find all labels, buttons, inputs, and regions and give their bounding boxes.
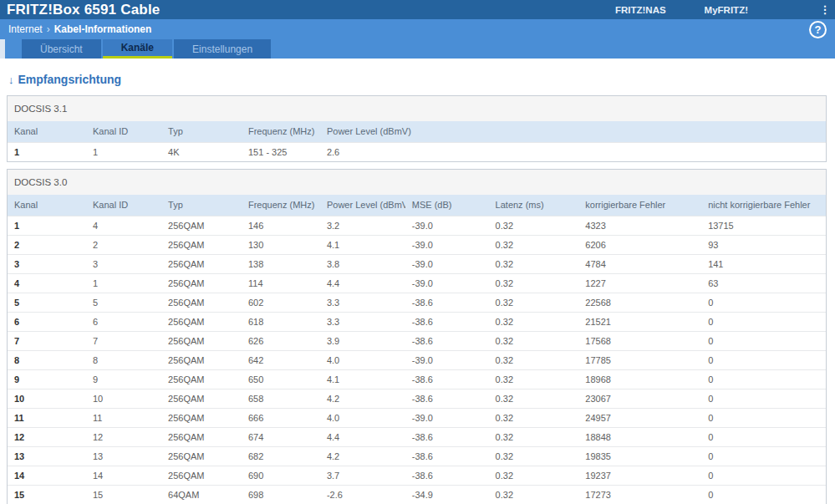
cell: 256QAM bbox=[161, 216, 242, 236]
cell: 626 bbox=[242, 332, 320, 351]
app-title: FRITZ!Box 6591 Cable bbox=[7, 0, 160, 19]
cell: 5 bbox=[8, 293, 86, 313]
breadcrumb-bar: Internet › Kabel-Informationen ? bbox=[0, 19, 835, 39]
page-content: ↓Empfangsrichtung DOCSIS 3.1KanalKanal I… bbox=[0, 59, 835, 504]
cell: -38.6 bbox=[405, 332, 489, 351]
cell: 5 bbox=[86, 293, 161, 313]
table-row: 55256QAM6023.3-38.60.32225680 bbox=[8, 293, 826, 313]
column-header: Kanal bbox=[8, 121, 86, 143]
cell: 4323 bbox=[578, 216, 701, 236]
table-row: 1212256QAM6744.4-38.60.32188480 bbox=[8, 428, 826, 447]
cell: 0 bbox=[701, 466, 826, 486]
cell: 0 bbox=[701, 313, 826, 332]
cell: 17785 bbox=[578, 351, 701, 370]
cell: 0 bbox=[701, 428, 826, 447]
myfritz-link[interactable]: MyFRITZ! bbox=[705, 5, 748, 15]
cell: 674 bbox=[242, 428, 320, 447]
cell: 2 bbox=[8, 236, 86, 255]
column-header: Power Level (dBmV) bbox=[320, 121, 826, 143]
cell: 3.9 bbox=[320, 332, 405, 351]
cell: 4K bbox=[161, 143, 242, 162]
cell: 14 bbox=[8, 466, 86, 486]
cell: 3 bbox=[86, 255, 161, 274]
cell: 0 bbox=[701, 486, 826, 504]
cell: 21521 bbox=[578, 313, 701, 332]
cell: 3 bbox=[8, 255, 86, 274]
cell: -38.6 bbox=[405, 293, 489, 313]
tab-kanaele[interactable]: Kanäle bbox=[103, 39, 172, 59]
table-row: 22256QAM1304.1-39.00.32620693 bbox=[8, 236, 826, 255]
tab-einstellungen[interactable]: Einstellungen bbox=[174, 39, 271, 59]
cell: 1 bbox=[8, 216, 86, 236]
section-heading-label: Empfangsrichtung bbox=[18, 73, 122, 86]
cell: 17568 bbox=[578, 332, 701, 351]
cell: 698 bbox=[242, 486, 320, 504]
cell: 8 bbox=[8, 351, 86, 370]
breadcrumb-page: Kabel-Informationen bbox=[54, 23, 152, 35]
cell: 6 bbox=[86, 313, 161, 332]
cell: -38.6 bbox=[405, 428, 489, 447]
cell: -34.9 bbox=[405, 486, 489, 504]
cell: -2.6 bbox=[320, 486, 405, 504]
cell: 256QAM bbox=[161, 428, 242, 447]
cell: 0.32 bbox=[489, 351, 579, 370]
channel-table-docsis-3-1: DOCSIS 3.1KanalKanal IDTypFrequenz (MHz)… bbox=[7, 95, 827, 162]
column-header: nicht korrigierbare Fehler bbox=[701, 195, 826, 216]
cell: 11 bbox=[8, 409, 86, 428]
cell: 12 bbox=[8, 428, 86, 447]
top-bar: FRITZ!Box 6591 Cable FRITZ!NAS MyFRITZ! … bbox=[0, 0, 835, 19]
cell: 0 bbox=[701, 370, 826, 389]
cell: 6 bbox=[8, 313, 86, 332]
cell: -38.6 bbox=[405, 447, 489, 466]
cell: 4.1 bbox=[320, 370, 405, 389]
header-row: KanalKanal IDTypFrequenz (MHz)Power Leve… bbox=[8, 121, 826, 143]
cell: 0.32 bbox=[489, 313, 579, 332]
cell: 256QAM bbox=[161, 389, 242, 409]
table-row: 88256QAM6424.0-39.00.32177850 bbox=[8, 351, 826, 370]
cell: 2.6 bbox=[320, 143, 826, 162]
column-header: Latenz (ms) bbox=[489, 195, 579, 216]
cell: 256QAM bbox=[161, 274, 242, 293]
tabbar-edge-strip bbox=[0, 39, 5, 59]
cell: 0.32 bbox=[489, 274, 579, 293]
tab-uebersicht[interactable]: Übersicht bbox=[22, 39, 101, 59]
cell: 18848 bbox=[578, 428, 701, 447]
cell: 4.4 bbox=[320, 428, 405, 447]
cell: 24957 bbox=[578, 409, 701, 428]
cell: 10 bbox=[86, 389, 161, 409]
cell: 256QAM bbox=[161, 255, 242, 274]
cell: 4.0 bbox=[320, 351, 405, 370]
fritznas-link[interactable]: FRITZ!NAS bbox=[615, 5, 666, 15]
chevron-right-icon: › bbox=[47, 23, 50, 35]
cell: 22568 bbox=[578, 293, 701, 313]
cell: 15 bbox=[8, 486, 86, 504]
cell: 93 bbox=[701, 236, 826, 255]
kebab-menu-icon[interactable]: ⋮ bbox=[818, 3, 832, 17]
table-row: 14256QAM1463.2-39.00.32432313715 bbox=[8, 216, 826, 236]
cell: 9 bbox=[8, 370, 86, 389]
cell: 0 bbox=[701, 389, 826, 409]
cell: 4.1 bbox=[320, 236, 405, 255]
cell: 63 bbox=[701, 274, 826, 293]
cell: 146 bbox=[242, 216, 320, 236]
cell: 0.32 bbox=[489, 255, 579, 274]
cell: 4784 bbox=[578, 255, 701, 274]
cell: 114 bbox=[242, 274, 320, 293]
cell: 602 bbox=[242, 293, 320, 313]
table-row: 33256QAM1383.8-39.00.324784141 bbox=[8, 255, 826, 274]
cell: -39.0 bbox=[405, 274, 489, 293]
help-icon[interactable]: ? bbox=[809, 21, 827, 38]
cell: 12 bbox=[86, 428, 161, 447]
cell: 0.32 bbox=[489, 216, 579, 236]
cell: 3.7 bbox=[320, 466, 405, 486]
cell: 138 bbox=[242, 255, 320, 274]
cell: 1 bbox=[86, 143, 161, 162]
column-header: MSE (dB) bbox=[405, 195, 489, 216]
column-header: Typ bbox=[161, 195, 242, 216]
breadcrumb-section[interactable]: Internet bbox=[8, 23, 43, 35]
cell: 650 bbox=[242, 370, 320, 389]
cell: 256QAM bbox=[161, 370, 242, 389]
table-row: 151564QAM698-2.6-34.90.32172730 bbox=[8, 486, 826, 504]
cell: 14 bbox=[86, 466, 161, 486]
cell: 256QAM bbox=[161, 332, 242, 351]
